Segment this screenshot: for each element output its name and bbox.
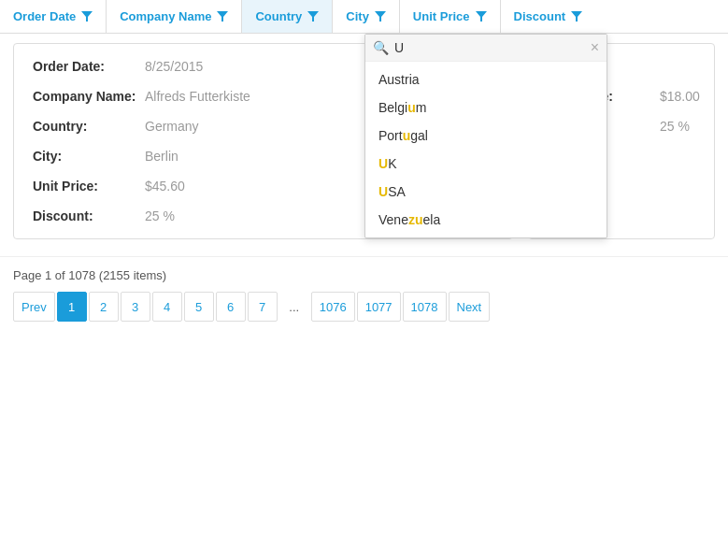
- partial-unit-price-value: $18.00: [660, 89, 700, 104]
- order-date-field-label: Order Date:: [33, 59, 145, 74]
- pagination-ellipsis: ...: [279, 292, 309, 322]
- dropdown-item-usa[interactable]: USA: [365, 178, 607, 206]
- dropdown-list: Austria Belgium Portugal UK USA Venezuel…: [365, 62, 607, 237]
- page-4-button[interactable]: 4: [152, 292, 182, 322]
- dropdown-item-belgium-label: Belgium: [378, 100, 426, 115]
- dropdown-item-venezuela-label: Venezuela: [378, 212, 440, 227]
- page-6-button[interactable]: 6: [216, 292, 246, 322]
- dropdown-search-input[interactable]: [394, 40, 585, 55]
- partial-discount-value: 25 %: [660, 119, 690, 134]
- dropdown-item-austria[interactable]: Austria: [365, 65, 607, 93]
- unit-price-filter-icon[interactable]: [476, 11, 487, 22]
- pagination: Prev 1 2 3 4 5 6 7 ... 1076 1077 1078 Ne…: [13, 292, 715, 322]
- dropdown-item-belgium[interactable]: Belgium: [365, 93, 607, 122]
- discount-field-value: 25 %: [145, 208, 175, 223]
- column-order-date[interactable]: Order Date: [0, 0, 107, 33]
- city-label: City: [346, 9, 369, 23]
- pagination-area: Page 1 of 1078 (2155 items) Prev 1 2 3 4…: [0, 256, 728, 329]
- page-1077-button[interactable]: 1077: [357, 292, 401, 322]
- order-date-label: Order Date: [13, 9, 76, 23]
- company-name-label: Company Name: [120, 9, 211, 23]
- page-1-button[interactable]: 1: [57, 292, 87, 322]
- page-3-button[interactable]: 3: [121, 292, 150, 322]
- column-unit-price[interactable]: Unit Price: [400, 0, 501, 33]
- country-field-label: Country:: [33, 119, 145, 134]
- column-country[interactable]: Country: [242, 0, 333, 33]
- next-button[interactable]: Next: [449, 292, 491, 322]
- discount-filter-icon[interactable]: [571, 11, 582, 22]
- dropdown-item-austria-label: Austria: [378, 72, 420, 87]
- dropdown-item-venezuela[interactable]: Venezuela: [365, 206, 607, 234]
- page-1076-button[interactable]: 1076: [311, 292, 355, 322]
- main-content: Order Date: 8/25/2015 Company Name: Alfr…: [0, 34, 728, 249]
- svg-marker-0: [81, 11, 93, 22]
- page-info: Page 1 of 1078 (2155 items): [13, 268, 715, 282]
- city-filter-icon[interactable]: [375, 11, 386, 22]
- svg-marker-1: [217, 11, 228, 22]
- unit-price-field-label: Unit Price:: [33, 179, 145, 194]
- svg-marker-3: [375, 11, 386, 22]
- country-filter-icon[interactable]: [307, 11, 319, 22]
- company-name-field-label: Company Name:: [33, 89, 145, 104]
- page-2-button[interactable]: 2: [89, 292, 119, 322]
- country-field-value: Germany: [145, 119, 199, 134]
- dropdown-item-portugal[interactable]: Portugal: [365, 122, 607, 150]
- dropdown-item-portugal-label: Portugal: [378, 128, 428, 143]
- discount-label: Discount: [514, 9, 566, 23]
- svg-marker-4: [476, 11, 487, 22]
- column-company-name[interactable]: Company Name: [107, 0, 242, 33]
- country-label: Country: [255, 9, 302, 23]
- country-filter-dropdown: 🔍 × Austria Belgium Portugal UK USA Vene…: [364, 34, 607, 238]
- company-name-field-value: Alfreds Futterkiste: [145, 89, 250, 104]
- svg-marker-5: [571, 11, 582, 22]
- column-discount[interactable]: Discount: [501, 0, 596, 33]
- discount-field-label: Discount:: [33, 208, 145, 223]
- order-date-filter-icon[interactable]: [81, 11, 93, 22]
- page-7-button[interactable]: 7: [248, 292, 278, 322]
- company-name-filter-icon[interactable]: [217, 11, 228, 22]
- order-date-field-value: 8/25/2015: [145, 59, 203, 74]
- dropdown-item-uk-label: UK: [378, 156, 396, 171]
- unit-price-field-value: $45.60: [145, 179, 185, 194]
- dropdown-search-row: 🔍 ×: [365, 35, 607, 62]
- dropdown-item-uk[interactable]: UK: [365, 150, 607, 178]
- city-field-value: Berlin: [145, 149, 178, 164]
- dropdown-clear-button[interactable]: ×: [591, 40, 599, 55]
- column-city[interactable]: City: [333, 0, 400, 33]
- page-1078-button[interactable]: 1078: [403, 292, 447, 322]
- page-5-button[interactable]: 5: [184, 292, 214, 322]
- prev-button[interactable]: Prev: [13, 292, 55, 322]
- header-row: Order Date Company Name Country City Uni…: [0, 0, 728, 34]
- dropdown-search-icon: 🔍: [373, 40, 389, 55]
- city-field-label: City:: [33, 149, 145, 164]
- dropdown-item-usa-label: USA: [378, 184, 406, 199]
- svg-marker-2: [307, 11, 319, 22]
- unit-price-label: Unit Price: [413, 9, 470, 23]
